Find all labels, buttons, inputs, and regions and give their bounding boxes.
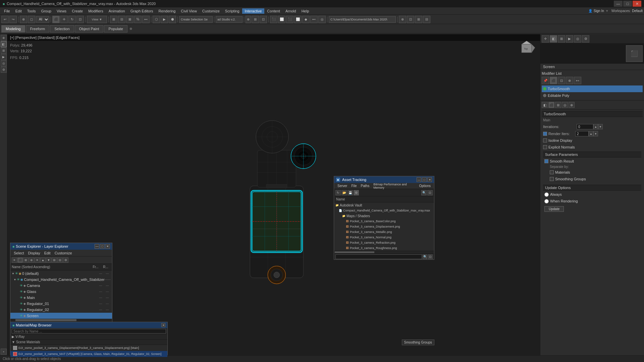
explorer-menu-customize[interactable]: Customize — [53, 251, 74, 255]
rp-utilities-btn[interactable]: ⚙ — [582, 35, 589, 43]
modifier-turbosmooth[interactable]: TurboSmooth — [542, 85, 643, 92]
mb-scene-materials-section[interactable]: ▼ Scene Materials — [10, 340, 167, 345]
render-iters-checkbox[interactable] — [543, 132, 547, 136]
at-refresh-btn[interactable]: ↻ — [335, 190, 341, 195]
render-frame-button[interactable]: ⬢ — [169, 16, 176, 23]
pivot-button[interactable]: ⊞ — [110, 16, 117, 23]
render-iters-input[interactable] — [575, 131, 589, 136]
mb-material-displacement[interactable]: DJI_osmo_pocket_3_camera_Displacement(Po… — [10, 345, 167, 351]
mb-material-vray[interactable]: DJI_osmo_pocket_3_camera_MAT (VRayMtl) [… — [10, 351, 167, 357]
explorer-item-regulator01[interactable]: 👁 ◆ Regulator_01 — — — [10, 301, 112, 307]
prop-tab-5[interactable]: ⊕ — [569, 102, 575, 108]
move-button[interactable]: ✛ — [60, 16, 68, 23]
create-selection-label[interactable]: Create Selection Se — [179, 16, 213, 23]
explorer-options-btn[interactable]: ⚙ — [63, 257, 68, 263]
at-path-input[interactable] — [335, 254, 422, 259]
menu-civil-view[interactable]: Civil View — [178, 8, 199, 14]
sidebar-hierarchy-btn[interactable]: ⊞ — [1, 48, 7, 54]
at-menu-options[interactable]: Options — [417, 184, 433, 188]
menu-arnold[interactable]: Arnold — [283, 8, 299, 14]
explorer-new-layer-btn[interactable]: ⊕ — [29, 257, 34, 263]
mirror-button[interactable]: ⊡ — [260, 16, 267, 23]
select-filter-button[interactable]: ◻ — [28, 16, 35, 23]
iterations-spinner-up[interactable]: ▲ — [593, 124, 598, 129]
minimize-button[interactable]: — — [614, 1, 623, 7]
update-button[interactable]: Update — [544, 206, 564, 212]
scene-explorer-min-btn[interactable]: — — [95, 244, 99, 249]
prop-tab-1[interactable]: ◧ — [542, 102, 548, 108]
sign-in-label[interactable]: Sign In — [594, 9, 604, 13]
menu-scripting[interactable]: Scripting — [222, 8, 242, 14]
rp-modify-btn[interactable]: ◧ — [550, 35, 557, 43]
at-item-metallic[interactable]: 🖼 Pocket_3_camera_Metallic.png — [334, 229, 434, 235]
viewcube[interactable]: Top — [517, 38, 537, 58]
toolbar-extra-btn-3[interactable]: ⊞ — [415, 16, 422, 23]
modifier-pin-btn[interactable]: 📌 — [542, 77, 549, 84]
explorer-menu-display[interactable]: Display — [26, 251, 42, 255]
close-button[interactable]: ✕ — [633, 1, 641, 7]
snap-toggle-button[interactable]: ⊟ — [118, 16, 125, 23]
menu-file[interactable]: File — [1, 8, 13, 14]
menu-create[interactable]: Create — [69, 8, 86, 14]
render-iters-up[interactable]: ▲ — [589, 131, 593, 136]
at-set-path-btn[interactable]: ⊡ — [428, 254, 433, 259]
scene-explorer-close-btn[interactable]: ✕ — [105, 244, 110, 249]
explorer-delete-btn[interactable]: ✕ — [35, 257, 40, 263]
explicit-normals-checkbox[interactable] — [543, 145, 547, 149]
explorer-item-glass[interactable]: 👁 ◆ Glass — — — [10, 289, 112, 295]
menu-modifiers[interactable]: Modifiers — [86, 8, 106, 14]
undo-button[interactable]: ↩ — [1, 16, 9, 23]
explorer-item-camera[interactable]: 👁 ◆ Camera — — — [10, 283, 112, 289]
at-filter-btn[interactable]: ⊡ — [427, 190, 433, 195]
menu-graph-editors[interactable]: Graph Editors — [128, 8, 156, 14]
explorer-item-screen[interactable]: 👁 ◆ Screen — — — [10, 313, 112, 319]
toolbar-extra-btn-4[interactable]: ⊟ — [423, 16, 430, 23]
smoothing-groups-checkbox[interactable] — [550, 177, 554, 181]
sidebar-extra-btn[interactable]: ≡ — [1, 349, 7, 355]
at-item-file[interactable]: 📄 Compact_Handheld_Camera_Off_with_Stabi… — [334, 208, 434, 213]
mb-search-input[interactable] — [12, 329, 166, 334]
modifier-settings-btn[interactable]: ⊷ — [574, 77, 581, 84]
turbosmooth-header[interactable]: TurboSmooth — [542, 111, 643, 117]
select-button[interactable]: ⬛ — [52, 16, 60, 23]
modifier-editable-poly[interactable]: Editable Poly — [542, 92, 643, 99]
at-hscrollbar[interactable] — [334, 251, 434, 253]
menu-views[interactable]: Views — [54, 8, 69, 14]
explorer-item-regulator02[interactable]: 👁 ◆ Regulator_02 — — — [10, 307, 112, 313]
materials-checkbox[interactable] — [550, 170, 554, 174]
at-item-displacement[interactable]: 🖼 Pocket_3_camera_Displacement.png — [334, 224, 434, 229]
tab-modeling[interactable]: Modeling — [1, 25, 25, 33]
align-button[interactable]: ⊞ — [252, 16, 259, 23]
maximize-button[interactable]: □ — [623, 1, 632, 7]
curve-editor-button[interactable]: ⬛ — [286, 16, 293, 23]
prop-tab-2[interactable]: ⬛ — [548, 102, 554, 108]
explorer-move-down-btn[interactable]: ▼ — [46, 257, 51, 263]
menu-group[interactable]: Group — [38, 8, 54, 14]
menu-customize[interactable]: Customize — [200, 8, 222, 14]
modifier-stack-btn[interactable]: ⬛ — [550, 77, 557, 84]
mb-vray-section[interactable]: ▶ V-Ray — [10, 334, 167, 340]
material-editor-button[interactable]: ◆ — [302, 16, 310, 23]
explorer-menu-select[interactable]: Select — [12, 251, 26, 255]
explorer-menu-edit[interactable]: Edit — [42, 251, 53, 255]
surface-params-header[interactable]: Surface Parameters — [543, 152, 641, 158]
material-browser-titlebar[interactable]: ■ Material/Map Browser ✕ — [10, 322, 167, 328]
at-menu-paths[interactable]: Paths — [359, 184, 372, 188]
explorer-item-main[interactable]: 👁 ◆ Main — — — [10, 295, 112, 301]
at-menu-file[interactable]: File — [349, 184, 359, 188]
at-item-refraction[interactable]: 🖼 Pocket_3_camera_Refraction.png — [334, 240, 434, 245]
rotate-button[interactable]: ↻ — [68, 16, 76, 23]
explorer-collapse-btn[interactable]: ⊟ — [57, 257, 63, 263]
at-item-maps[interactable]: 📁 Maps / Shaders — [334, 213, 434, 219]
at-hscrollbar-thumb[interactable] — [335, 251, 374, 253]
isoline-checkbox[interactable] — [543, 138, 547, 142]
render-effects-button[interactable]: ◎ — [318, 16, 326, 23]
toolbar-extra-btn-2[interactable]: ⊡ — [407, 16, 414, 23]
explorer-select-all-btn[interactable]: ⬛ — [17, 257, 23, 263]
at-options-btn[interactable]: ⚙ — [354, 190, 359, 195]
at-open-btn[interactable]: 📂 — [341, 190, 347, 195]
at-max-btn[interactable]: □ — [422, 177, 427, 182]
render-environment-button[interactable]: ⊷ — [310, 16, 318, 23]
render-button[interactable]: ▶ — [161, 16, 168, 23]
modifier-add-btn[interactable]: ⊕ — [566, 77, 573, 84]
